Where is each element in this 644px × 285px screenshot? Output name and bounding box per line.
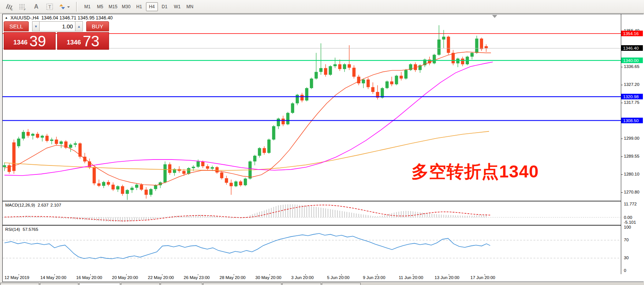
mt4-terminal: { "toolbar": { "icons": [ {"name": "expe… [0,0,644,285]
price-axis-line [621,14,621,274]
buy-price-small: 1346 [67,37,81,48]
tf-button-d1[interactable]: D1 [159,2,171,11]
time-label: 13 Jun 20:00 [435,275,460,280]
panel-splitter[interactable] [3,225,621,226]
chart-tab-strip [0,282,644,285]
time-label: 11 Jun 20:00 [399,275,423,280]
price-badge: 1340.00 [621,58,643,63]
tf-button-h1[interactable]: H1 [133,2,145,11]
time-label: 17 Jun 20:00 [470,275,495,280]
toolbar-separator [76,2,78,12]
chart-tab[interactable] [203,283,281,285]
panel-splitter[interactable] [3,201,621,202]
volume-input[interactable] [40,21,75,31]
chart-tab[interactable] [161,283,202,285]
chart-tab[interactable] [0,283,39,285]
rsi-axis-label: 30 [624,255,629,260]
time-label: 3 Jun 20:00 [291,275,314,280]
rsi-axis-label: 100 [624,225,631,229]
chart-annotation-text[interactable]: 多空转折点1340 [411,160,539,183]
macd-label: MACD(12,26,9) 2.637 2.107 [5,203,61,207]
time-label: 14 May 20:00 [40,275,66,280]
svg-text:F: F [24,8,26,11]
macd-axis-label: -5.101 [624,220,636,224]
volume-decrease-button[interactable]: ▼ [32,21,40,31]
price-badge: 1354.16 [621,31,643,36]
tf-button-mn[interactable]: MN [184,2,196,11]
chart-tab[interactable] [322,283,361,285]
tf-button-m1[interactable]: M1 [81,2,93,11]
tf-button-m15[interactable]: M15 [107,2,119,11]
ma-medium [4,62,493,176]
tf-button-h4[interactable]: H4 [146,2,158,11]
one-click-trade-panel: SELL ▼ ▲ BUY 1346 39 1346 73 [4,21,109,50]
time-label: 22 May 20:00 [148,275,174,280]
price-badge: 1346.40 [621,45,643,51]
sell-price-small: 1346 [13,37,28,48]
chart-shift-marker[interactable] [492,15,497,18]
arrange-arrows-icon[interactable] [57,1,72,12]
price-tick-label: 1327.20 [624,82,640,87]
time-label: 20 May 20:00 [112,275,138,280]
expert-chart-icon[interactable]: E [3,1,16,12]
svg-text:E: E [11,8,13,11]
buy-price-display[interactable]: 1346 73 [57,32,109,50]
price-tick-label: 1299.00 [624,136,640,140]
text-a-icon[interactable]: A [30,1,43,12]
tf-button-m5[interactable]: M5 [94,2,106,11]
chart-tab[interactable] [121,283,160,285]
chart-tab[interactable] [40,283,78,285]
macd-main-value: 2.637 [38,203,49,207]
sell-button[interactable]: SELL [4,21,29,31]
sell-price-display[interactable]: 1346 39 [4,32,56,50]
chart-tab[interactable] [79,283,120,285]
price-tick-label: 1317.75 [624,100,640,105]
rsi-label: RSI(14) 57.5765 [5,227,38,232]
price-axis[interactable]: 1355.40 1336.65 1327.20 1317.75 1299.00 … [621,0,644,285]
time-label: 28 May 20:00 [220,275,246,280]
macd-axis-label: 11.772 [624,202,637,206]
time-label: 9 Jun 23:00 [363,275,385,280]
price-tick-label: 1270.80 [624,190,640,194]
price-tick-label: 1336.65 [624,64,640,69]
main-toolbar: E F A T M1 M5 M15 M30 H1 H4 D1 W1 MN [0,0,644,13]
text-box-icon[interactable]: T [43,1,56,12]
price-tick-label: 1289.55 [624,154,640,158]
macd-signal-value: 2.107 [50,203,61,207]
grid-f-icon[interactable]: F [16,1,29,12]
price-badge: 1320.98 [621,94,643,99]
rsi-indicator-panel[interactable] [3,226,621,274]
symbol-period-label: XAUUSD-,H4 [10,15,39,21]
macd-indicator-panel[interactable] [3,202,621,225]
price-badge: 1308.50 [621,118,643,123]
buy-price-big: 73 [83,34,100,48]
time-label: 16 May 20:00 [76,275,102,280]
price-tick-label: 1280.10 [624,172,640,176]
tf-button-m30[interactable]: M30 [120,2,132,11]
ohlc-values: 1346.04 1346.71 1345.95 1346.40 [41,15,113,21]
time-axis[interactable]: 12 May 2019 14 May 20:00 16 May 20:00 20… [3,274,621,282]
rsi-axis-label: 70 [624,238,629,242]
time-label: 30 May 20:00 [255,275,281,280]
svg-text:T: T [49,4,52,10]
collapse-caret-icon[interactable]: ▲ [5,16,8,19]
symbol-header: ▲ XAUUSD-,H4 1346.04 1346.71 1345.95 134… [5,15,113,21]
time-label: 5 Jun 20:00 [327,275,349,280]
tf-button-w1[interactable]: W1 [171,2,183,11]
sell-price-big: 39 [29,34,46,48]
macd-axis-label: 0.00 [624,215,632,220]
volume-increase-button[interactable]: ▲ [75,21,83,31]
time-label: 12 May 2019 [4,275,29,280]
rsi-axis-label: 0 [624,268,626,273]
time-label: 26 May 23:00 [184,275,210,280]
buy-button[interactable]: BUY [86,21,109,31]
rsi-value: 57.5765 [23,227,38,232]
chart-tab[interactable] [282,283,321,285]
